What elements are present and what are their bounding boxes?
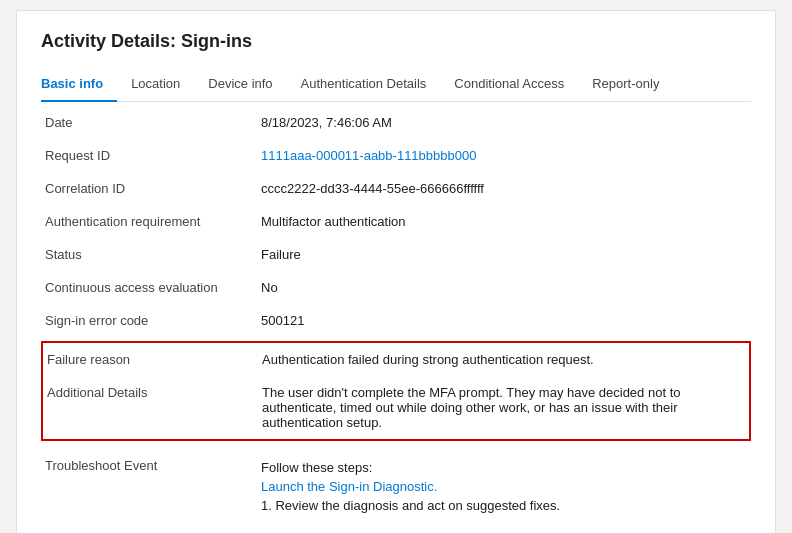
highlighted-section: Failure reason Authentication failed dur…	[41, 341, 751, 441]
table-row: Sign-in error code 500121	[41, 304, 751, 337]
troubleshoot-label: Troubleshoot Event	[41, 449, 261, 526]
field-value: Multifactor authentication	[261, 205, 751, 238]
field-label: Additional Details	[42, 376, 262, 440]
table-row: Request ID 1111aaa-000011-aabb-111bbbbb0…	[41, 139, 751, 172]
field-label: Failure reason	[42, 342, 262, 376]
page-title: Activity Details: Sign-ins	[41, 31, 751, 52]
tab-content: Date 8/18/2023, 7:46:06 AM Request ID 11…	[41, 106, 751, 526]
troubleshoot-table: Troubleshoot Event Follow these steps: L…	[41, 449, 751, 526]
tab-authentication-details[interactable]: Authentication Details	[287, 68, 441, 101]
field-label: Authentication requirement	[41, 205, 261, 238]
field-label: Sign-in error code	[41, 304, 261, 337]
field-label: Status	[41, 238, 261, 271]
follow-text: Follow these steps:	[261, 460, 743, 475]
tab-device-info[interactable]: Device info	[194, 68, 286, 101]
request-id-link[interactable]: 1111aaa-000011-aabb-111bbbbb000	[261, 148, 476, 163]
field-label: Continuous access evaluation	[41, 271, 261, 304]
launch-diagnostic-link[interactable]: Launch the Sign-in Diagnostic.	[261, 479, 437, 494]
tab-conditional-access[interactable]: Conditional Access	[440, 68, 578, 101]
troubleshoot-row: Troubleshoot Event Follow these steps: L…	[41, 449, 751, 526]
activity-details-panel: Activity Details: Sign-ins Basic info Lo…	[16, 10, 776, 533]
step-1: 1. Review the diagnosis and act on sugge…	[261, 498, 743, 513]
field-value: Authentication failed during strong auth…	[262, 342, 750, 376]
table-row-failure: Failure reason Authentication failed dur…	[42, 342, 750, 376]
field-label: Date	[41, 106, 261, 139]
table-row-additional: Additional Details The user didn't compl…	[42, 376, 750, 440]
table-row: Authentication requirement Multifactor a…	[41, 205, 751, 238]
field-value: The user didn't complete the MFA prompt.…	[262, 376, 750, 440]
field-value: cccc2222-dd33-4444-55ee-666666ffffff	[261, 172, 751, 205]
table-row: Status Failure	[41, 238, 751, 271]
field-value[interactable]: 1111aaa-000011-aabb-111bbbbb000	[261, 139, 751, 172]
table-row: Continuous access evaluation No	[41, 271, 751, 304]
table-row: Correlation ID cccc2222-dd33-4444-55ee-6…	[41, 172, 751, 205]
field-label: Request ID	[41, 139, 261, 172]
field-label: Correlation ID	[41, 172, 261, 205]
field-value: 500121	[261, 304, 751, 337]
troubleshoot-steps: Follow these steps: Launch the Sign-in D…	[261, 460, 743, 513]
tab-basic-info[interactable]: Basic info	[41, 68, 117, 101]
field-value: 8/18/2023, 7:46:06 AM	[261, 106, 751, 139]
table-row: Date 8/18/2023, 7:46:06 AM	[41, 106, 751, 139]
field-value: Failure	[261, 238, 751, 271]
info-table: Date 8/18/2023, 7:46:06 AM Request ID 11…	[41, 106, 751, 337]
tab-location[interactable]: Location	[117, 68, 194, 101]
field-value: No	[261, 271, 751, 304]
troubleshoot-content: Follow these steps: Launch the Sign-in D…	[261, 449, 751, 526]
tab-report-only[interactable]: Report-only	[578, 68, 673, 101]
tab-bar: Basic info Location Device info Authenti…	[41, 68, 751, 102]
